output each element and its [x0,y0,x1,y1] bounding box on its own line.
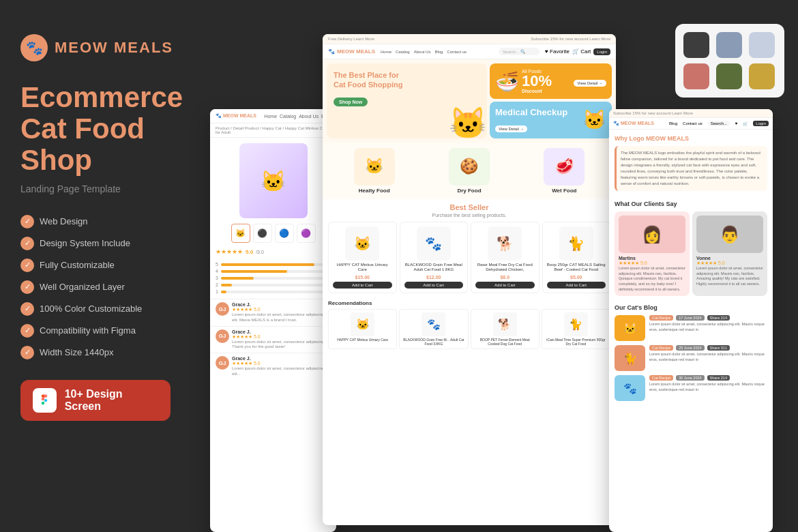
rec-card-4: 🐈 iCats Meal Time Super Premium 500gr Dr… [542,309,610,349]
product-name-4: Boop 250gr CAT MEALS Sailing Beef - Cook… [547,263,606,274]
cart-icon[interactable]: 🛒 Cart [572,48,591,55]
view-detail-link-2[interactable]: View Detail → [495,121,567,133]
check-icon: ✓ [20,324,34,338]
blog-tag-3: Cat Recipe [649,375,673,381]
product-nav-about: About Us [299,114,319,119]
check-icon: ✓ [20,258,34,272]
blog-item-1: 🐱 Cat Recipe 17 June 2024 Share 214 Lore… [615,315,767,341]
blog-tag-2: Cat Recipe [649,345,673,351]
client-avatar-1: 👩 [619,216,685,253]
reviewer-name-3: Grace J. [232,356,331,361]
product-price-2: $12.00 [426,275,441,280]
rec-card-2: 🐾 BLACKWOOD Grain Free M... Adult Cat Fo… [399,309,468,349]
client-stars-1: ★★★★★ 5.0 [619,261,685,266]
blog-date-2: 25 June 2024 [676,345,704,351]
avatar-2: GJ [216,329,229,343]
product-card-3: 🐕 Rawz Meal Free Dry Cat Food Dehydrated… [471,222,540,294]
product-thumbnails: 🐱 ⚫ 🔵 🟣 [231,224,316,243]
search-bar[interactable]: Search... 🔍 [499,48,540,55]
nav-about[interactable]: About Us [414,50,431,54]
right-login-button[interactable]: Login [753,121,769,126]
review-count: /3.0 [256,250,264,254]
product-nav: 🐾 MEOW MEALS Home Catalog About Us Blog [210,109,336,123]
blog-excerpt-3: Lorem ipsum dolor sit amet, consectetur … [649,382,767,392]
add-cart-btn-3[interactable]: Add to Cart [475,282,535,289]
right-nav-cart[interactable]: 🛒 [743,121,748,126]
wet-food-image: 🥩 [544,148,585,186]
client-stars-2: ★★★★★ 5.0 [696,261,763,266]
blog-share-3: Share 214 [707,375,730,381]
shop-now-button[interactable]: Shop Now [334,98,368,106]
rec-name-3: BOOP PET Forest Element Meal Cooked Dog … [474,338,536,346]
discount-card: 🍜 All Foods 10% Discount View Detail → [490,63,612,99]
hero-right-cards: 🍜 All Foods 10% Discount View Detail → M… [490,63,612,138]
product-breadcrumb: Product / Detail Product / Happy Cat / H… [210,123,336,138]
product-image-1: 🐱 [345,226,379,261]
wishlist-icon[interactable]: ♥ Favorite [545,48,570,55]
color-swatches [675,24,784,98]
dry-food-image: 🍪 [449,148,490,186]
nav-contact[interactable]: Contact us [447,50,467,54]
product-price-3: $8.0 [500,275,509,280]
blog-section: Our Cat's Blog 🐱 Cat Recipe 17 June 2024… [609,300,773,409]
reviewer-stars-1: ★★★★★ 5.0 [232,307,331,312]
list-item: ✓ 100% Color Customizable [20,302,198,316]
hero-title: The Best Place for Cat Food Shopping [334,70,480,90]
client-card-1: 👩 Martins ★★★★★ 5.0 Lorem ipsum dolor si… [615,211,690,296]
swatch-green [716,63,742,89]
logo-area: 🐾 MEOW MEALS [20,34,198,61]
healty-food-label: Healty Food [359,188,390,194]
topbar-left: Free Delivery Learn More [328,37,374,41]
right-nav-wishlist[interactable]: ♥ [735,121,738,125]
rating-bars: 5 4 3 2 1 [210,259,336,299]
best-seller-subtitle: Purchase the best selling products. [328,213,610,218]
view-detail-link-1[interactable]: View Detail → [574,75,606,87]
blog-date-1: 17 June 2024 [676,315,704,321]
main-nav: 🐾 MEOW MEALS Home Catalog About Us Blog … [323,44,616,59]
add-cart-btn-2[interactable]: Add to Cart [404,282,464,289]
client-review-2: Lorem ipsum dolor sit amet, consectetur … [696,266,763,287]
client-avatar-2: 👨 [696,216,763,253]
nav-blog[interactable]: Blog [434,50,443,54]
thumbnail-3[interactable]: 🔵 [275,224,294,243]
dry-food-label: Dry Food [457,188,481,194]
rating-bar-2: 2 [216,282,331,287]
list-item: ✓ Fully Customizable [20,258,198,272]
blog-item-3: 🐾 Cat Recipe 30 June 2024 Share 214 Lore… [615,375,767,401]
add-cart-btn-4[interactable]: Add to Cart [547,282,606,289]
rec-image-4: 🐈 [564,312,588,336]
right-search-bar[interactable]: Search... [708,121,730,126]
blog-thumb-3: 🐾 [615,375,645,401]
check-icon: ✓ [20,215,34,228]
hero-left-card: The Best Place for Cat Food Shopping Sho… [327,63,487,138]
thumbnail-1[interactable]: 🐱 [231,224,250,243]
topbar-right: Subscribe 15% for new account Learn More [531,37,610,41]
thumbnail-2[interactable]: ⚫ [253,224,272,243]
login-button[interactable]: Login [593,48,610,55]
medical-cat-image: 🐱 [582,108,606,131]
client-name-1: Martins [619,256,685,261]
clients-section: What Our Clients Say 👩 Martins ★★★★★ 5.0… [609,196,773,300]
product-rating: ★★★★★ 5.0 /3.0 [210,248,336,255]
blog-thumb-1: 🐱 [615,315,645,341]
review-text-3: Lorem ipsum dolor sit amet, consectetur … [232,366,331,377]
cart-area: ♥ Favorite 🛒 Cart Login [545,48,610,55]
thumbnail-4[interactable]: 🟣 [297,224,316,243]
blog-title: Our Cat's Blog [615,304,767,311]
product-name-2: BLACKWOOD Grain Free Meal Adult Cat Food… [404,263,464,274]
avatar-3: GJ [216,356,229,370]
rec-name-1: HAPPY CAT Minkus Urinary Care [337,338,388,342]
right-nav-logo: 🐾 MEOW MEALS [613,121,654,126]
bowl-icon: 🍜 [495,70,519,93]
nav-catalog[interactable]: Catalog [396,50,410,54]
right-nav-blog: Blog [669,121,677,125]
blog-excerpt-2: Lorem ipsum dolor sit amet, consectetur … [649,352,767,362]
nav-home[interactable]: Home [381,50,391,54]
blog-meta-3: Cat Recipe 30 June 2024 Share 214 [649,375,767,381]
add-cart-btn-1[interactable]: Add to Cart [333,282,392,289]
blog-meta-2: Cat Recipe 25 June 2024 Share 311 [649,345,767,351]
rec-image-1: 🐱 [351,312,374,336]
product-image-area: 🐱 🐱 ⚫ 🔵 🟣 [210,138,336,248]
why-logo-text: The MEOW MEALS logo embodies the playful… [621,150,763,187]
recommendations-section: Recomendations 🐱 HAPPY CAT Minkus Urinar… [323,297,616,352]
